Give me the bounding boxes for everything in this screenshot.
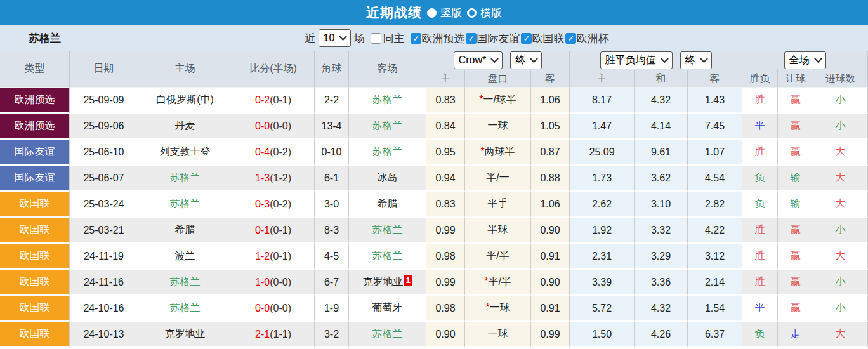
date-cell: 25-06-10	[70, 140, 138, 166]
mean-type-select[interactable]: 胜平负均值	[600, 51, 673, 69]
col-header-handicap: 盘口	[465, 70, 531, 88]
home-team-cell: 苏格兰	[138, 270, 232, 296]
mean-away-cell: 2.82	[688, 192, 742, 218]
mean-draw-cell: 3.62	[635, 166, 688, 192]
odds-source-select[interactable]: Crow*	[454, 51, 503, 69]
competition-checkbox[interactable]: ✓	[411, 33, 421, 44]
full-time-score: 0-0	[255, 121, 270, 131]
chevron-down-icon	[530, 55, 538, 63]
home-team-cell: 克罗地亚	[138, 322, 232, 348]
away-team-cell: 葡萄牙	[349, 296, 426, 322]
half-time-score: (0-1)	[270, 225, 291, 235]
col-header-home: 主场	[138, 51, 232, 88]
odds-home-cell: 0.98	[426, 296, 465, 322]
result-cell: 负	[742, 322, 778, 348]
col-header-odds-away: 客	[531, 70, 570, 88]
radio-vertical-label[interactable]: 竖版	[440, 6, 462, 20]
scope-group-header: 全场	[742, 51, 868, 70]
odds-home-cell: 0.83	[426, 88, 465, 114]
competition-label[interactable]: 国际友谊	[477, 31, 520, 46]
type-cell: 欧国联	[0, 296, 70, 322]
table-row: 欧国联25-03-21希腊0-1(0-1)8-3苏格兰0.99半球0.901.9…	[0, 218, 868, 244]
table-row: 欧国联25-03-24苏格兰0-3(0-2)3-0希腊0.83平手1.062.6…	[0, 192, 868, 218]
col-header-odds-home: 主	[426, 70, 465, 88]
score-cell: 1-2(0-1)	[232, 244, 315, 270]
half-time-score: (0-1)	[270, 95, 291, 105]
goals-cell: 大	[813, 244, 868, 270]
competition-checkbox[interactable]: ✓	[521, 33, 532, 44]
result-cell: 负	[742, 166, 778, 192]
odds-away-cell: 1.05	[531, 114, 570, 140]
corner-cell: 2-2	[315, 88, 349, 114]
same-home-checkbox[interactable]	[371, 33, 381, 44]
away-team-cell: 苏格兰	[349, 88, 426, 114]
date-cell: 24-11-19	[70, 244, 138, 270]
result-cell: 胜	[742, 88, 778, 114]
same-home-label[interactable]: 同主	[383, 31, 404, 46]
col-header-let-goal: 让球	[778, 70, 813, 88]
mean-away-cell: 1.43	[688, 88, 742, 114]
mean-away-cell: 4.22	[688, 218, 742, 244]
chevron-down-icon	[490, 55, 499, 63]
date-cell: 25-09-06	[70, 114, 138, 140]
competition-label[interactable]: 欧国联	[532, 31, 564, 46]
score-cell: 0-3(0-2)	[232, 192, 315, 218]
odds-away-cell: 0.99	[531, 322, 570, 348]
corner-cell: 6-7	[315, 270, 349, 296]
type-cell: 欧国联	[0, 322, 70, 348]
radio-horizontal-layout-icon[interactable]	[467, 8, 477, 18]
away-team-cell: 希腊	[349, 192, 426, 218]
competition-label[interactable]: 欧洲预选	[421, 31, 464, 46]
competition-label[interactable]: 欧洲杯	[576, 31, 608, 46]
col-header-goals-count: 进球数	[813, 70, 868, 88]
col-header-type: 类型	[0, 51, 70, 88]
date-cell: 25-09-09	[70, 88, 138, 114]
competition-checkbox[interactable]: ✓	[565, 33, 576, 44]
col-header-corner: 角球	[315, 51, 349, 88]
odds-home-cell: 0.90	[426, 322, 465, 348]
corner-cell: 6-1	[315, 166, 349, 192]
type-cell: 国际友谊	[0, 140, 70, 166]
competition-checkbox[interactable]: ✓	[466, 33, 477, 44]
away-team-cell: 苏格兰	[349, 114, 426, 140]
handicap-cell: 平手	[465, 192, 531, 218]
radio-vertical-layout-icon[interactable]	[427, 8, 437, 18]
handicap-cell: 一球	[465, 322, 531, 348]
away-team-cell: 冰岛	[349, 166, 426, 192]
mean-away-cell: 4.54	[688, 166, 742, 192]
odds-group-header: Crow* 终	[426, 51, 570, 70]
type-cell: 欧国联	[0, 192, 70, 218]
col-header-date: 日期	[70, 51, 138, 88]
odds-home-cell: 0.99	[426, 270, 465, 296]
early-odds-star: *	[485, 302, 489, 313]
odds-time-select[interactable]: 终	[510, 51, 542, 69]
away-team-cell: 苏格兰	[349, 140, 426, 166]
col-header-away: 客场	[349, 51, 426, 88]
chevron-down-icon	[661, 55, 669, 63]
result-cell: 平	[742, 296, 778, 322]
page-title: 近期战绩	[366, 4, 422, 22]
home-team-cell: 白俄罗斯(中)	[138, 88, 232, 114]
home-team-cell: 苏格兰	[138, 166, 232, 192]
radio-horizontal-label[interactable]: 横版	[480, 6, 502, 20]
col-header-mean-away: 客	[688, 70, 742, 88]
chevron-down-icon	[814, 55, 822, 63]
mean-away-cell: 7.45	[688, 114, 742, 140]
mean-time-select[interactable]: 终	[680, 51, 712, 69]
scope-select[interactable]: 全场	[784, 51, 826, 69]
recent-count-select[interactable]: 10	[319, 29, 352, 47]
mean-home-cell: 2.31	[570, 244, 635, 270]
chevron-down-icon	[700, 55, 708, 63]
home-team-cell: 列支敦士登	[138, 140, 232, 166]
result-cell: 负	[742, 192, 778, 218]
type-cell: 欧洲预选	[0, 114, 70, 140]
handicap-result-cell: 赢	[778, 296, 813, 322]
score-cell: 0-0(0-0)	[232, 296, 315, 322]
home-team-cell: 苏格兰	[138, 296, 232, 322]
mean-home-cell: 1.73	[570, 166, 635, 192]
mean-draw-cell: 4.32	[635, 88, 688, 114]
full-time-score: 2-1	[255, 329, 270, 339]
away-team-cell: 克罗地亚1	[349, 270, 426, 296]
mean-away-cell: 1.54	[688, 296, 742, 322]
odds-away-cell: 0.90	[531, 218, 570, 244]
